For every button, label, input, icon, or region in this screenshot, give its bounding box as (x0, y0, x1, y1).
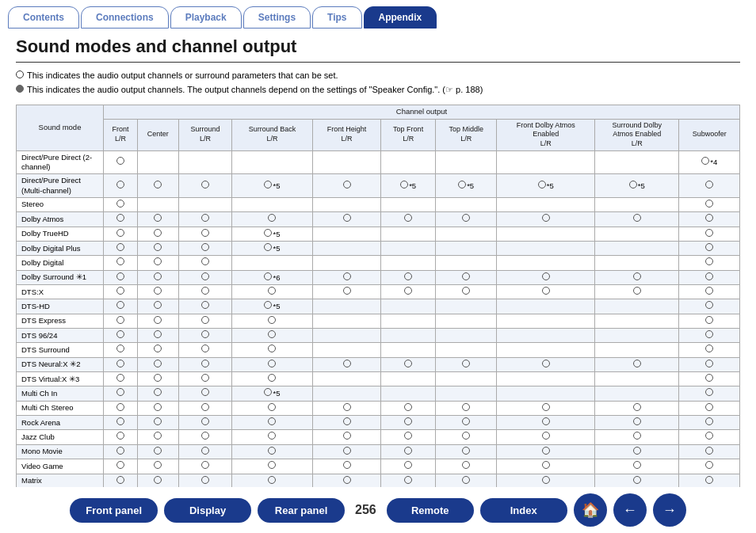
channel-cell (595, 372, 679, 386)
sound-mode-cell: DTS 96/24 (17, 329, 104, 343)
channel-cell (312, 357, 380, 371)
channel-cell (178, 299, 231, 314)
tab-appendix[interactable]: Appendix (364, 6, 437, 29)
channel-cell (679, 459, 740, 474)
channel-cell (312, 416, 380, 430)
channel-cell (679, 314, 740, 328)
channel-cell (436, 256, 497, 270)
front-panel-button[interactable]: Front panel (70, 498, 158, 523)
channel-cell (497, 343, 595, 357)
channel-cell (679, 256, 740, 270)
tab-playback[interactable]: Playback (170, 6, 242, 29)
channel-cell (497, 357, 595, 371)
channel-cell (137, 474, 178, 488)
sound-mode-cell: Multi Ch In (17, 386, 104, 401)
channel-cell (436, 212, 497, 227)
channel-cell (679, 174, 740, 198)
note1-text: This indicates the audio output channels… (27, 69, 338, 83)
channel-cell (595, 343, 679, 357)
channel-cell (497, 459, 595, 474)
channel-cell (679, 343, 740, 357)
channel-cell (679, 227, 740, 241)
channel-cell (312, 150, 380, 174)
channel-cell (232, 197, 313, 211)
sound-mode-cell: DTS Neural:X ✳2 (17, 357, 104, 371)
table-row: Multi Ch Stereo (17, 401, 740, 415)
channel-cell (436, 474, 497, 488)
sound-mode-cell: Dolby Digital (17, 256, 104, 270)
tab-contents[interactable]: Contents (8, 6, 79, 29)
sound-mode-cell: DTS Surround (17, 343, 104, 357)
channel-cell (178, 227, 231, 241)
channel-cell (178, 474, 231, 488)
table-row: Video Game (17, 459, 740, 474)
channel-cell: *6 (232, 270, 313, 284)
tab-connections[interactable]: Connections (81, 6, 169, 29)
channel-cell (312, 227, 380, 241)
display-button[interactable]: Display (164, 498, 251, 523)
channel-cell (436, 150, 497, 174)
channel-cell (497, 197, 595, 211)
note2-circle (16, 85, 24, 93)
sound-mode-cell: Dolby TrueHD (17, 227, 104, 241)
remote-button[interactable]: Remote (387, 498, 474, 523)
table-row: DTS:X (17, 285, 740, 299)
channel-cell (381, 416, 436, 430)
col-header-9: Subwoofer (679, 119, 740, 150)
sound-mode-cell: Direct/Pure Direct (Multi-channel) (17, 174, 104, 198)
channel-cell (381, 299, 436, 314)
channel-cell (679, 416, 740, 430)
channel-cell (104, 343, 138, 357)
channel-cell (381, 372, 436, 386)
index-button[interactable]: Index (480, 498, 567, 523)
channel-cell (104, 256, 138, 270)
channel-cell (178, 459, 231, 474)
note1-circle (16, 70, 24, 78)
notes: This indicates the audio output channels… (16, 69, 740, 97)
sound-mode-cell: Dolby Atmos (17, 212, 104, 227)
table-row: Stereo (17, 197, 740, 211)
channel-cell (178, 386, 231, 401)
channel-cell (436, 430, 497, 444)
channel-cell (595, 212, 679, 227)
channel-cell (312, 343, 380, 357)
channel-cell: *5 (232, 174, 313, 198)
col-header-0: Front L/R (104, 119, 138, 150)
col-header-3: Surround Back L/R (232, 119, 313, 150)
channel-cell (436, 299, 497, 314)
channel-cell (679, 444, 740, 459)
channel-cell: *4 (679, 150, 740, 174)
note2-text: This indicates the audio output channels… (27, 83, 483, 97)
channel-cell (436, 314, 497, 328)
rear-panel-button[interactable]: Rear panel (258, 498, 345, 523)
channel-cell (312, 386, 380, 401)
back-button[interactable]: ← (613, 493, 647, 527)
channel-cell (178, 256, 231, 270)
col-header-6: Top Middle L/R (436, 119, 497, 150)
channel-cell (178, 150, 231, 174)
channel-cell (436, 343, 497, 357)
channel-cell (232, 343, 313, 357)
sound-mode-cell: Multi Ch Stereo (17, 401, 104, 415)
channel-cell (497, 401, 595, 415)
channel-cell (232, 150, 313, 174)
channel-cell (312, 197, 380, 211)
channel-cell (137, 197, 178, 211)
channel-cell (137, 343, 178, 357)
table-row: DTS-HD*5 (17, 299, 740, 314)
channel-cell (312, 314, 380, 328)
channel-cell (381, 242, 436, 256)
tab-settings[interactable]: Settings (243, 6, 311, 29)
home-button[interactable]: 🏠 (574, 493, 607, 527)
channel-cell (178, 197, 231, 211)
channel-cell: *5 (232, 227, 313, 241)
channel-cell (312, 474, 380, 488)
sound-mode-cell: Rock Arena (17, 416, 104, 430)
channel-cell (137, 416, 178, 430)
tab-tips[interactable]: Tips (312, 6, 361, 29)
col-header-5: Top Front L/R (381, 119, 436, 150)
channel-cell (232, 474, 313, 488)
channel-cell (679, 357, 740, 371)
forward-button[interactable]: → (653, 493, 686, 527)
table-row: Direct/Pure Direct (2-channel)*4 (17, 150, 740, 174)
